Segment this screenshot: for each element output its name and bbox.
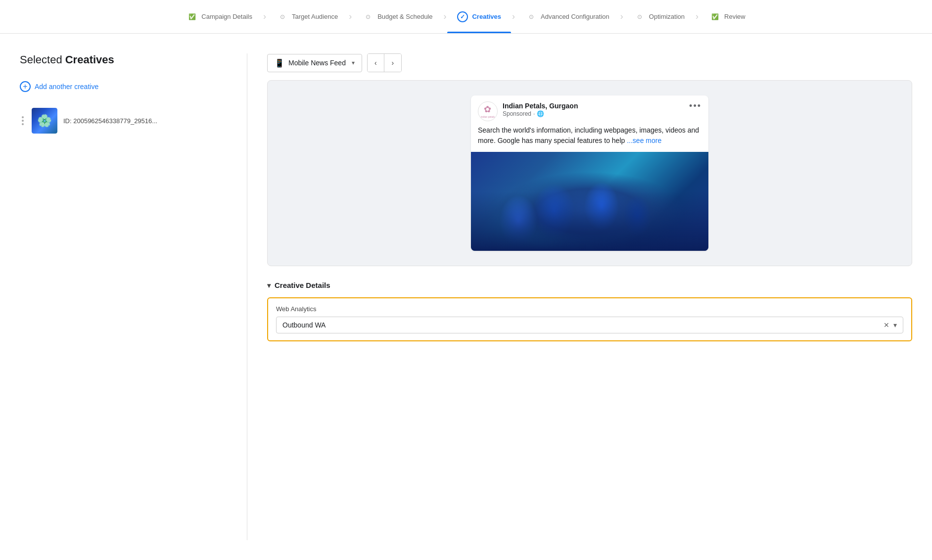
logo-flower-icon: ✿ (481, 104, 495, 115)
creative-id: ID: 2005962546338779_29516... (63, 117, 157, 125)
mobile-icon: 📱 (275, 58, 284, 68)
nav-step-creatives[interactable]: ✓ Creatives (447, 11, 511, 22)
drag-dot-1 (22, 116, 24, 118)
ad-preview-container: ✿ indian petals Indian Petals, Gurgaon S… (267, 80, 912, 266)
placement-select[interactable]: 📱 Mobile News Feed ▾ (267, 54, 362, 72)
review-check-icon: ✅ (709, 11, 720, 22)
page-title: Selected Creatives (20, 53, 227, 66)
creatives-check-icon: ✓ (457, 11, 468, 22)
ad-image (471, 152, 708, 251)
optimization-check-icon: ⊙ (634, 11, 645, 22)
page-title-prefix: Selected (20, 53, 65, 66)
nav-separator-4: › (512, 11, 515, 22)
ad-body: Search the world's information, includin… (471, 125, 708, 152)
prev-arrow-button[interactable]: ‹ (368, 54, 384, 72)
budget-schedule-check-icon: ⊙ (363, 11, 373, 22)
creative-thumbnail (32, 108, 57, 134)
web-analytics-value: Outbound WA (282, 321, 884, 329)
plus-icon: + (20, 81, 31, 92)
campaign-details-check-icon: ✅ (186, 11, 197, 22)
sponsored-label: Sponsored · 🌐 (503, 110, 684, 117)
list-item: ID: 2005962546338779_29516... (20, 104, 227, 138)
nav-separator-2: › (349, 11, 352, 22)
ad-card: ✿ indian petals Indian Petals, Gurgaon S… (471, 95, 708, 251)
web-analytics-select[interactable]: Outbound WA ✕ ▾ (276, 317, 903, 333)
nav-step-optimization[interactable]: ⊙ Optimization (624, 11, 695, 22)
nav-separator-3: › (443, 11, 446, 22)
creative-details-toggle[interactable]: ▾ Creative Details (267, 281, 912, 289)
globe-icon: 🌐 (537, 110, 544, 117)
clear-icon[interactable]: ✕ (884, 321, 889, 329)
nav-step-campaign-details[interactable]: ✅ Campaign Details (177, 11, 262, 22)
nav-step-optimization-label: Optimization (649, 13, 685, 20)
nav-step-review[interactable]: ✅ Review (699, 11, 755, 22)
nav-separator-5: › (620, 11, 623, 22)
creative-image (32, 108, 57, 134)
see-more-link[interactable]: ...see more (627, 137, 661, 144)
preview-toolbar: 📱 Mobile News Feed ▾ ‹ › (267, 53, 912, 72)
ad-body-text: Search the world's information, includin… (478, 126, 699, 144)
ad-info: Indian Petals, Gurgaon Sponsored · 🌐 (503, 101, 684, 117)
nav-separator-1: › (263, 11, 266, 22)
drag-handle[interactable] (20, 114, 26, 127)
select-field-actions: ✕ ▾ (884, 321, 897, 329)
top-navigation: ✅ Campaign Details › ⊙ Target Audience ›… (0, 0, 932, 34)
advertiser-name: Indian Petals, Gurgaon (503, 101, 684, 110)
add-creative-button[interactable]: + Add another creative (20, 81, 98, 92)
right-panel: 📱 Mobile News Feed ▾ ‹ › ✿ indian petals (247, 53, 912, 540)
preview-nav-arrows: ‹ › (367, 53, 402, 72)
placement-chevron-icon: ▾ (352, 59, 355, 66)
drag-dot-3 (22, 123, 24, 125)
nav-step-creatives-label: Creatives (472, 13, 501, 20)
nav-step-target-audience-label: Target Audience (292, 13, 338, 20)
nav-step-review-label: Review (724, 13, 746, 20)
creative-details-label: Creative Details (275, 281, 330, 289)
add-creative-label: Add another creative (35, 83, 98, 91)
drag-dot-2 (22, 120, 24, 122)
nav-separator-6: › (696, 11, 699, 22)
nav-step-budget-schedule-label: Budget & Schedule (377, 13, 432, 20)
nav-step-advanced-configuration-label: Advanced Configuration (541, 13, 609, 20)
flower-petals-graphic (471, 152, 708, 251)
nav-step-campaign-details-label: Campaign Details (201, 13, 252, 20)
placement-label: Mobile News Feed (288, 59, 346, 67)
target-audience-check-icon: ⊙ (277, 11, 288, 22)
section-chevron-icon: ▾ (267, 281, 271, 289)
select-chevron-icon[interactable]: ▾ (893, 321, 897, 329)
web-analytics-label: Web Analytics (276, 305, 903, 313)
ad-menu-button[interactable]: ••• (689, 101, 701, 110)
left-panel: Selected Creatives + Add another creativ… (20, 53, 247, 540)
main-content: Selected Creatives + Add another creativ… (0, 34, 932, 560)
advertiser-logo: ✿ indian petals (478, 101, 498, 121)
page-title-bold: Creatives (65, 53, 114, 66)
next-arrow-button[interactable]: › (384, 54, 401, 72)
nav-step-budget-schedule[interactable]: ⊙ Budget & Schedule (353, 11, 442, 22)
nav-step-advanced-configuration[interactable]: ⊙ Advanced Configuration (516, 11, 619, 22)
creative-details-section: ▾ Creative Details Web Analytics Outboun… (267, 281, 912, 341)
nav-step-target-audience[interactable]: ⊙ Target Audience (267, 11, 348, 22)
ad-header: ✿ indian petals Indian Petals, Gurgaon S… (471, 95, 708, 125)
web-analytics-box: Web Analytics Outbound WA ✕ ▾ (267, 297, 912, 341)
advanced-config-check-icon: ⊙ (526, 11, 537, 22)
